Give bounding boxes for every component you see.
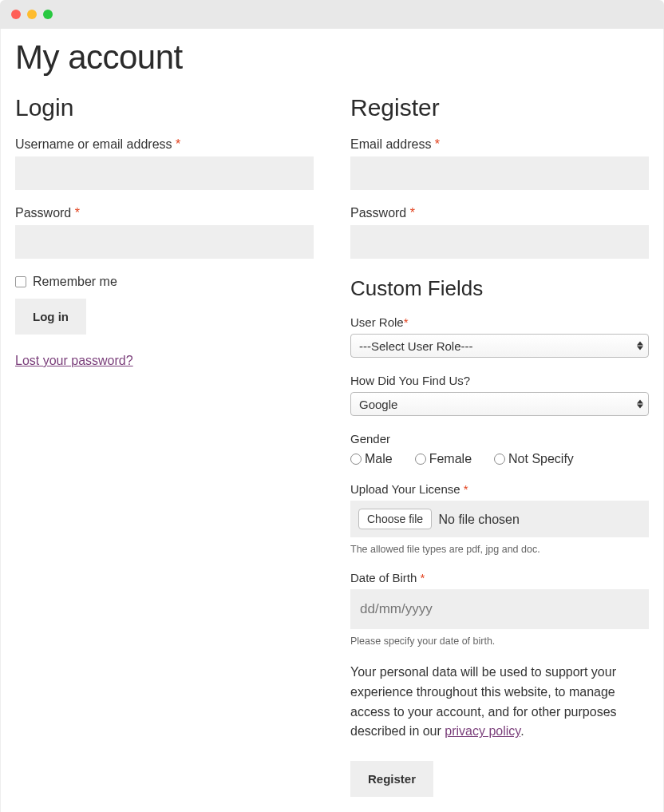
chevron-updown-icon (637, 400, 643, 409)
required-icon: * (435, 137, 440, 151)
user-role-label: User Role* (350, 315, 649, 329)
register-email-field-wrap: Email address * (350, 137, 649, 190)
gender-radio-group: Male Female Not Specify (350, 452, 649, 466)
window-titlebar (0, 0, 664, 29)
custom-fields-heading: Custom Fields (350, 276, 649, 301)
required-icon: * (410, 206, 415, 220)
dob-input[interactable] (350, 589, 649, 629)
dob-label: Date of Birth * (350, 571, 649, 584)
gender-field-wrap: Gender Male Female Not Specify (350, 432, 649, 466)
login-password-field-wrap: Password * (15, 206, 314, 259)
required-icon: * (75, 206, 80, 220)
radio-icon (494, 454, 505, 465)
gender-radio-female[interactable]: Female (415, 452, 472, 466)
find-us-field-wrap: How Did You Find Us? Google (350, 374, 649, 416)
login-password-label: Password * (15, 206, 314, 220)
login-password-input[interactable] (15, 225, 314, 259)
gender-radio-notspecify[interactable]: Not Specify (494, 452, 574, 466)
privacy-text: Your personal data will be used to suppo… (350, 663, 649, 742)
choose-file-button[interactable]: Choose file (358, 509, 432, 529)
login-heading: Login (15, 94, 314, 121)
register-section: Register Email address * Password * Cust… (350, 94, 649, 797)
upload-hint: The allowed file types are pdf, jpg and … (350, 544, 649, 555)
find-us-select[interactable]: Google (350, 392, 649, 416)
upload-label: Upload Your License * (350, 482, 649, 496)
register-button[interactable]: Register (350, 761, 433, 797)
required-icon: * (404, 315, 409, 329)
radio-icon (350, 454, 362, 465)
username-label: Username or email address * (15, 137, 314, 152)
upload-box: Choose file No file chosen (350, 501, 649, 537)
maximize-icon[interactable] (43, 10, 53, 19)
remember-label: Remember me (33, 275, 117, 289)
user-role-field-wrap: User Role* ---Select User Role--- (350, 315, 649, 358)
required-icon: * (464, 482, 468, 496)
username-field-wrap: Username or email address * (15, 137, 314, 190)
required-icon: * (421, 571, 425, 584)
remember-checkbox[interactable] (15, 276, 26, 287)
gender-label: Gender (350, 432, 649, 446)
minimize-icon[interactable] (27, 10, 37, 19)
register-heading: Register (350, 94, 649, 121)
register-password-field-wrap: Password * (350, 206, 649, 259)
radio-icon (415, 454, 426, 465)
login-section: Login Username or email address * Passwo… (15, 94, 314, 797)
privacy-policy-link[interactable]: privacy policy (445, 724, 520, 738)
gender-radio-male[interactable]: Male (350, 452, 393, 466)
register-email-input[interactable] (350, 156, 649, 190)
user-role-selected: ---Select User Role--- (359, 339, 473, 353)
register-password-label: Password * (350, 206, 649, 220)
user-role-select[interactable]: ---Select User Role--- (350, 334, 649, 358)
remember-me-row[interactable]: Remember me (15, 275, 314, 289)
dob-field-wrap: Date of Birth * Please specify your date… (350, 571, 649, 647)
register-email-label: Email address * (350, 137, 649, 152)
lost-password-link[interactable]: Lost your password? (15, 354, 133, 368)
two-column-layout: Login Username or email address * Passwo… (15, 94, 649, 797)
dob-hint: Please specify your date of birth. (350, 636, 649, 647)
find-us-label: How Did You Find Us? (350, 374, 649, 387)
register-password-input[interactable] (350, 225, 649, 259)
page-title: My account (15, 38, 649, 77)
login-button[interactable]: Log in (15, 299, 86, 335)
upload-status: No file chosen (439, 513, 520, 526)
chevron-updown-icon (637, 342, 643, 351)
find-us-selected: Google (359, 398, 397, 411)
username-input[interactable] (15, 156, 314, 190)
upload-field-wrap: Upload Your License * Choose file No fil… (350, 482, 649, 555)
page-body: My account Login Username or email addre… (0, 29, 664, 812)
close-icon[interactable] (11, 10, 21, 19)
required-icon: * (176, 137, 180, 151)
